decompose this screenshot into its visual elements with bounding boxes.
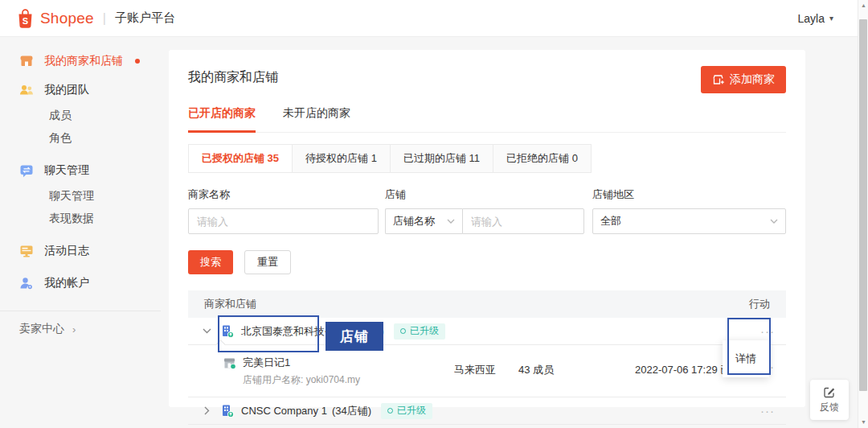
merchant-row-1: 北京国泰意和科技公司 (1店铺) 已升级 ··· <box>188 318 786 345</box>
brand-divider: | <box>103 11 106 26</box>
merchant-building-icon <box>220 324 235 339</box>
subtab-pending-shops[interactable]: 待授权的店铺 1 <box>292 144 391 173</box>
merchant-row-2: CNSC Company 1 (34店铺) 已升级 ··· <box>188 397 786 425</box>
shop-members: 43 成员 <box>518 363 554 377</box>
scrollbar-thumb[interactable] <box>859 19 867 391</box>
scroll-up-icon[interactable]: ▲ <box>858 2 868 8</box>
merchant-tabs: 已开店的商家 未开店的商家 <box>188 106 786 133</box>
filter-actions: 搜索 重置 <box>188 250 786 274</box>
store-icon <box>19 54 34 68</box>
subtab-rejected-shops[interactable]: 已拒绝的店铺 0 <box>493 144 592 173</box>
shop-type-select[interactable]: 店铺名称 <box>385 208 462 234</box>
badge-label: 已升级 <box>410 324 439 338</box>
chevron-down-icon <box>770 219 778 224</box>
add-store-icon <box>712 74 724 86</box>
page-scrollbar[interactable]: ▲ ▼ <box>858 0 868 428</box>
shop-region-value: 全部 <box>600 214 621 228</box>
sidebar-item-my-account[interactable]: 我的帐户 <box>0 269 161 298</box>
filter-bar: 商家名称 店铺 店铺名称 店铺地区 全部 <box>188 187 786 234</box>
merchant-table: 商家和店铺 行动 北京国泰意和科技公司 (1店铺) <box>188 290 786 425</box>
badge-label: 已升级 <box>397 404 426 418</box>
merchant-shop-count: (34店铺) <box>332 404 371 418</box>
sidebar-divider <box>0 311 161 311</box>
svg-text:S: S <box>23 15 28 25</box>
more-actions-icon[interactable]: ··· <box>760 327 775 335</box>
shopee-bag-icon: S <box>16 8 35 29</box>
sidebar-item-label: 我的团队 <box>44 83 89 97</box>
table-header: 商家和店铺 行动 <box>188 290 786 318</box>
shop-region-select[interactable]: 全部 <box>592 208 786 234</box>
add-merchant-button[interactable]: 添加商家 <box>701 66 786 93</box>
page-title: 我的商家和店铺 <box>188 66 278 86</box>
shop-type-value: 店铺名称 <box>393 214 435 228</box>
badge-circle-icon <box>387 408 393 414</box>
sidebar-item-roles[interactable]: 角色 <box>0 127 161 150</box>
shop-filter-label: 店铺 <box>385 187 584 202</box>
activity-log-icon <box>19 244 34 258</box>
more-actions-icon[interactable]: ··· <box>760 407 775 415</box>
notification-dot <box>135 59 140 64</box>
main-panel: 我的商家和店铺 添加商家 已开店的商家 未开店的商家 已授权的店铺 35 待授权… <box>169 50 805 407</box>
sidebar-item-my-merchants[interactable]: 我的商家和店铺 <box>0 47 161 76</box>
scroll-down-icon[interactable]: ▼ <box>858 419 868 425</box>
badge-circle-icon <box>400 328 406 334</box>
shop-row: 完美日记1 店铺用户名称: yoki0704.my 马来西亚 43 成员 202… <box>188 345 786 397</box>
team-icon <box>19 83 34 97</box>
sidebar-sub-label: 角色 <box>49 131 72 146</box>
account-icon <box>19 276 34 290</box>
merchant-name-input[interactable] <box>188 208 379 234</box>
feedback-button[interactable]: 反馈 <box>810 380 849 420</box>
shop-region: 马来西亚 <box>454 363 496 377</box>
expand-chevron-icon[interactable] <box>199 406 214 415</box>
merchant-building-icon <box>220 404 235 418</box>
merchant-name-label: 商家名称 <box>188 187 379 202</box>
sidebar-item-label: 我的商家和店铺 <box>44 54 123 68</box>
chevron-right-icon: › <box>72 323 76 335</box>
user-name: Layla <box>798 12 825 25</box>
add-merchant-label: 添加商家 <box>730 72 775 87</box>
sidebar-item-activity-log[interactable]: 活动日志 <box>0 237 161 265</box>
feedback-label: 反馈 <box>820 401 839 414</box>
reset-button[interactable]: 重置 <box>244 250 291 274</box>
seller-center-label: 卖家中心 <box>19 322 64 336</box>
tab-opened-merchants[interactable]: 已开店的商家 <box>188 106 256 133</box>
column-action: 行动 <box>749 297 770 311</box>
sidebar-item-performance-data[interactable]: 表现数据 <box>0 208 161 230</box>
shop-status-subtabs: 已授权的店铺 35 待授权的店铺 1 已过期的店铺 11 已拒绝的店铺 0 <box>188 144 786 173</box>
sidebar-sub-label: 聊天管理 <box>49 189 94 204</box>
column-merchant-shop: 商家和店铺 <box>204 297 256 311</box>
platform-title: 子账户平台 <box>115 10 175 26</box>
brand-name: Shopee <box>40 10 94 27</box>
collapse-chevron-icon[interactable] <box>199 328 214 334</box>
shop-username: 店铺用户名称: yoki0704.my <box>243 373 360 387</box>
chevron-down-icon <box>447 219 455 224</box>
sidebar-item-members[interactable]: 成员 <box>0 105 161 127</box>
shop-info-block[interactable]: 完美日记1 店铺用户名称: yoki0704.my <box>223 356 360 387</box>
sidebar-item-chat-management[interactable]: 聊天管理 <box>0 156 161 185</box>
subtab-authorized-shops[interactable]: 已授权的店铺 35 <box>188 144 293 173</box>
detail-menu-item[interactable]: 详情 <box>723 340 769 377</box>
upgraded-badge: 已升级 <box>394 323 445 340</box>
shop-store-icon <box>223 357 236 370</box>
caret-down-icon: ▾ <box>829 14 833 23</box>
brand-logo[interactable]: S Shopee | 子账户平台 <box>16 8 175 29</box>
sidebar-sub-label: 表现数据 <box>49 212 94 226</box>
subtab-expired-shops[interactable]: 已过期的店铺 11 <box>390 144 493 173</box>
chat-icon <box>19 163 34 178</box>
shop-region-label: 店铺地区 <box>592 187 786 202</box>
sidebar-item-my-team[interactable]: 我的团队 <box>0 76 161 105</box>
sidebar-item-chat-sub[interactable]: 聊天管理 <box>0 185 161 208</box>
user-account-menu[interactable]: Layla ▾ <box>798 12 834 25</box>
upgraded-badge: 已升级 <box>381 403 432 419</box>
shop-name-input[interactable] <box>462 208 584 234</box>
sidebar-item-label: 我的帐户 <box>44 276 89 290</box>
sidebar-item-label: 活动日志 <box>44 244 89 258</box>
seller-center-link[interactable]: 卖家中心 › <box>0 319 161 339</box>
search-button[interactable]: 搜索 <box>188 250 233 274</box>
tab-unopened-merchants[interactable]: 未开店的商家 <box>283 106 350 132</box>
merchant-name[interactable]: CNSC Company 1 <box>241 405 327 417</box>
sidebar-sub-label: 成员 <box>49 109 72 123</box>
shop-name: 完美日记1 <box>243 356 360 370</box>
sidebar-nav: 我的商家和店铺 我的团队 成员 角色 聊天管理 聊天管理 <box>0 37 161 428</box>
feedback-pencil-icon <box>823 385 836 398</box>
